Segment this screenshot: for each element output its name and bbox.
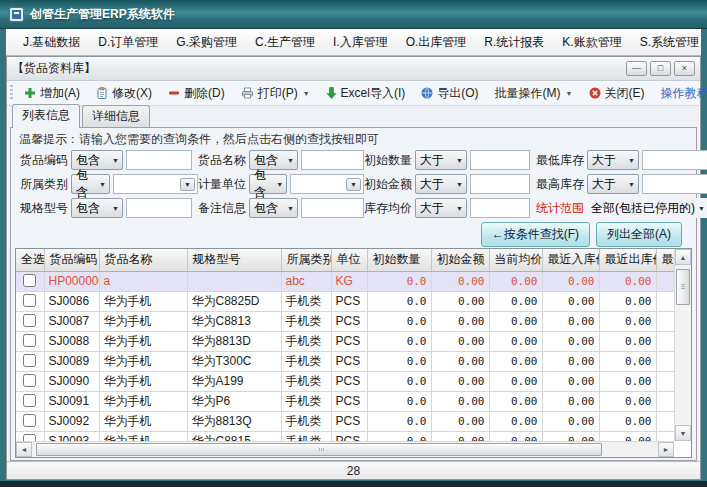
menu-item-K.账款管理[interactable]: K.账款管理	[553, 30, 630, 55]
chevron-down-icon[interactable]: ▼	[180, 178, 195, 191]
toolbar-close-button[interactable]: 关闭(E)	[582, 82, 652, 105]
column-header-最近出库价[interactable]: 最近出库价	[599, 249, 656, 271]
chevron-down-icon[interactable]: ▼	[456, 157, 463, 164]
chevron-down-icon[interactable]: ▼	[287, 205, 294, 212]
search-by-condition-button[interactable]: ←按条件查找(F)	[481, 222, 590, 247]
menu-item-R.统计报表[interactable]: R.统计报表	[475, 30, 553, 55]
filter-value-input[interactable]: ▼	[113, 174, 198, 194]
filter-value-input[interactable]	[642, 150, 707, 170]
table-row[interactable]: SJ0093华为手机华为C8815手机类PCS0.00.000.000.000.…	[16, 431, 674, 441]
menu-item-J.基础数据[interactable]: J.基础数据	[14, 30, 89, 55]
table-row[interactable]: SJ0090华为手机华为A199手机类PCS0.00.000.000.000.0…	[16, 371, 674, 391]
toolbar-modify-button[interactable]: 修改(X)	[89, 82, 159, 105]
row-checkbox[interactable]	[23, 314, 36, 327]
filter-op-select[interactable]: 大于▼	[415, 198, 467, 218]
maximize-button[interactable]: □	[650, 61, 671, 76]
filter-value-input[interactable]	[126, 150, 192, 170]
filter-value-input[interactable]	[301, 150, 364, 170]
vscroll-track[interactable]	[675, 265, 691, 425]
menu-item-O.出库管理[interactable]: O.出库管理	[397, 30, 476, 55]
chevron-down-icon[interactable]: ▼	[456, 205, 463, 212]
chevron-down-icon[interactable]: ▼	[346, 178, 361, 191]
filter-value-input[interactable]	[301, 198, 364, 218]
table-row[interactable]: SJ0089华为手机华为T300C手机类PCS0.00.000.000.000.…	[16, 351, 674, 371]
row-checkbox[interactable]	[23, 394, 36, 407]
filter-op-select[interactable]: 大于▼	[415, 174, 467, 194]
row-checkbox[interactable]	[23, 334, 36, 347]
chevron-down-icon[interactable]: ▼	[628, 157, 635, 164]
filter-scope-select[interactable]: 全部(包括已停用的)▼	[587, 198, 707, 218]
column-header-最近入库价[interactable]: 最近入库价	[542, 249, 599, 271]
chevron-down-icon[interactable]: ▼	[698, 205, 705, 212]
column-header-单位[interactable]: 单位	[331, 249, 367, 271]
tab-详细信息[interactable]: 详细信息	[82, 105, 150, 128]
row-checkbox[interactable]	[23, 294, 36, 307]
menu-item-S.系统管理[interactable]: S.系统管理	[631, 30, 707, 55]
scroll-right-icon[interactable]: ►	[658, 442, 674, 457]
chevron-down-icon[interactable]: ▼	[112, 205, 119, 212]
table-row[interactable]: HP00000001aabcKG0.00.000.000.000.00	[16, 271, 674, 291]
column-header-货品名称[interactable]: 货品名称	[99, 249, 187, 271]
scroll-up-icon[interactable]: ▲	[675, 249, 691, 265]
vertical-scrollbar[interactable]: ▲ ▼	[674, 249, 691, 441]
menu-item-G.采购管理[interactable]: G.采购管理	[167, 30, 246, 55]
filter-op-select[interactable]: 包含▼	[249, 198, 298, 218]
table-row[interactable]: SJ0087华为手机华为C8813手机类PCS0.00.000.000.000.…	[16, 311, 674, 331]
toolbar-excel-import-button[interactable]: Excel导入(I)	[319, 82, 413, 105]
horizontal-scrollbar[interactable]: ◄ ►	[16, 441, 674, 457]
filter-op-select[interactable]: 包含▼	[249, 174, 287, 194]
chevron-down-icon[interactable]: ▼	[456, 181, 463, 188]
chevron-down-icon[interactable]: ▼	[303, 90, 310, 97]
table-row[interactable]: SJ0086华为手机华为C8825D手机类PCS0.00.000.000.000…	[16, 291, 674, 311]
chevron-down-icon[interactable]: ▼	[112, 157, 119, 164]
filter-op-select[interactable]: 大于▼	[587, 174, 639, 194]
chevron-down-icon[interactable]: ▼	[287, 157, 294, 164]
filter-op-select[interactable]: 包含▼	[71, 174, 110, 194]
table-row[interactable]: SJ0088华为手机华为8813D手机类PCS0.00.000.000.000.…	[16, 331, 674, 351]
menu-item-I.入库管理[interactable]: I.入库管理	[324, 30, 397, 55]
filter-value-input[interactable]	[470, 198, 530, 218]
row-checkbox[interactable]	[23, 374, 36, 387]
filter-value-input[interactable]	[470, 174, 530, 194]
toolbar-print-button[interactable]: 打印(P)▼	[234, 82, 317, 105]
table-row[interactable]: SJ0091华为手机华为P6手机类PCS0.00.000.000.000.00	[16, 391, 674, 411]
column-header-最低库存[interactable]: 最低库存	[656, 249, 674, 271]
filter-value-input[interactable]: ▼	[290, 174, 364, 194]
tab-列表信息[interactable]: 列表信息	[12, 104, 80, 128]
chevron-down-icon[interactable]: ▼	[566, 90, 573, 97]
row-checkbox[interactable]	[23, 434, 36, 441]
column-header-货品编码[interactable]: 货品编码	[44, 249, 99, 271]
filter-value-input[interactable]	[642, 174, 707, 194]
column-header-所属类别[interactable]: 所属类别	[281, 249, 331, 271]
filter-value-input[interactable]	[126, 198, 192, 218]
column-header-规格型号[interactable]: 规格型号	[187, 249, 281, 271]
column-header-初始数量[interactable]: 初始数量	[367, 249, 431, 271]
filter-op-select[interactable]: 大于▼	[587, 150, 639, 170]
scroll-left-icon[interactable]: ◄	[16, 442, 32, 457]
toolbar-delete-button[interactable]: 删除(D)	[161, 82, 232, 105]
menu-item-D.订单管理[interactable]: D.订单管理	[89, 30, 167, 55]
chevron-down-icon[interactable]: ▼	[628, 181, 635, 188]
table-row[interactable]: SJ0092华为手机华为8813Q手机类PCS0.00.000.000.000.…	[16, 411, 674, 431]
chevron-down-icon[interactable]: ▼	[276, 181, 283, 188]
filter-op-select[interactable]: 包含▼	[71, 198, 123, 218]
hscroll-track[interactable]	[32, 442, 658, 457]
chevron-down-icon[interactable]: ▼	[99, 181, 106, 188]
filter-op-select[interactable]: 大于▼	[415, 150, 467, 170]
row-checkbox[interactable]	[23, 354, 36, 367]
toolbar-add-button[interactable]: 增加(A)	[17, 82, 87, 105]
toolbar-tutorial-button[interactable]: 操作教程	[654, 82, 707, 105]
scroll-down-icon[interactable]: ▼	[675, 425, 691, 441]
close-button[interactable]: ×	[674, 61, 695, 76]
toolbar-export-button[interactable]: 导出(O)	[414, 82, 485, 105]
hscroll-thumb[interactable]	[36, 443, 602, 456]
filter-value-input[interactable]	[470, 150, 530, 170]
column-header-当前均价[interactable]: 当前均价	[489, 249, 542, 271]
vscroll-thumb[interactable]	[676, 269, 690, 305]
column-header-初始金额[interactable]: 初始金额	[431, 249, 489, 271]
column-header-全选[interactable]: 全选	[16, 249, 44, 271]
row-checkbox[interactable]	[23, 414, 36, 427]
menu-item-C.生产管理[interactable]: C.生产管理	[246, 30, 324, 55]
row-checkbox[interactable]	[23, 274, 36, 287]
minimize-button[interactable]: —	[626, 61, 647, 76]
